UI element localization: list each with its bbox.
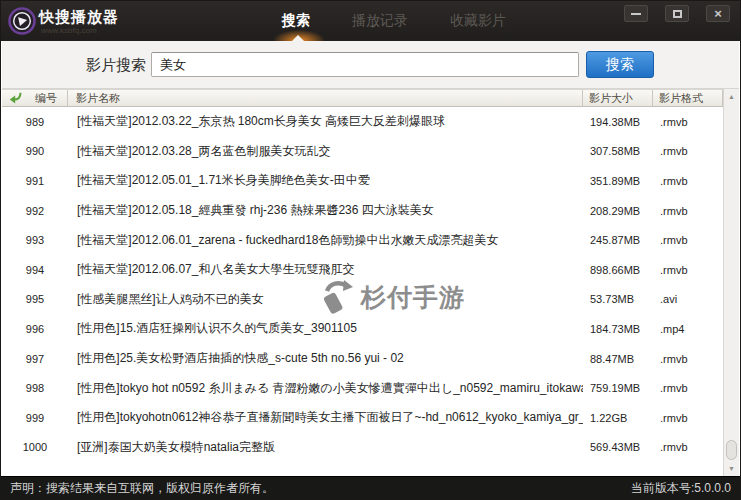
table-row[interactable]: 998 [性用色]tokyo hot n0592 糸川まみる 青澀粉嫩の小美女慘… (2, 373, 723, 403)
row-size: 53.73MB (583, 293, 653, 305)
table-row[interactable]: 996 [性用色]15.酒店狂操刚认识不久的气质美女_3901105 184.7… (2, 314, 723, 344)
row-id: 999 (2, 412, 68, 424)
titlebar: 快搜播放器 www.ksbfq.com 搜索 播放记录 收藏影片 × (1, 1, 740, 41)
minimize-icon (631, 13, 641, 15)
scroll-up-button[interactable]: ▲ (725, 90, 738, 103)
row-size: 569.43MB (583, 441, 653, 453)
watermark-phone-icon (320, 279, 354, 315)
row-format: .rmvb (653, 205, 723, 217)
search-button[interactable]: 搜索 (586, 51, 654, 78)
table-row[interactable]: 997 [性用色]25.美女松野酒店抽插的快感_s-cute 5th no.56… (2, 344, 723, 374)
row-format: .rmvb (653, 382, 723, 394)
row-format: .rmvb (653, 175, 723, 187)
row-size: 194.38MB (583, 116, 653, 128)
row-id: 997 (2, 353, 68, 365)
row-name: [性福天堂]2012.05.18_經典重發 rhj-236 熱辣果醬236 四大… (68, 202, 583, 219)
row-name: [性用色]tokyo hot n0592 糸川まみる 青澀粉嫩の小美女慘遭實彈中… (68, 380, 583, 397)
table-header: 编号 影片名称 影片大小 影片格式 (2, 89, 723, 107)
row-size: 1.22GB (583, 412, 653, 424)
row-name: [性福天堂]2012.03.28_两名蓝色制服美女玩乱交 (68, 143, 583, 160)
movie-search-label: 影片搜索 (86, 56, 146, 75)
minimize-button[interactable] (624, 5, 648, 22)
table-row[interactable]: 992 [性福天堂]2012.05.18_經典重發 rhj-236 熱辣果醬23… (2, 196, 723, 226)
row-name: [性福天堂]2012.05.01_1.71米长身美脚绝色美女-田中爱 (68, 172, 583, 189)
column-header-id-label: 编号 (35, 91, 57, 106)
status-bar: 声明：搜索结果来自互联网，版权归原作者所有。 当前版本号:5.0.0.0 (1, 476, 740, 499)
row-id: 991 (2, 175, 68, 187)
row-size: 88.47MB (583, 353, 653, 365)
row-size: 351.89MB (583, 175, 653, 187)
search-input[interactable] (151, 52, 579, 77)
scrollbar[interactable]: ▲ ▼ (723, 89, 739, 476)
search-bar: 影片搜索 搜索 (2, 41, 739, 89)
table-row[interactable]: 991 [性福天堂]2012.05.01_1.71米长身美脚绝色美女-田中爱 3… (2, 166, 723, 196)
close-button[interactable]: × (706, 5, 730, 22)
row-id: 996 (2, 323, 68, 335)
row-size: 759.19MB (583, 382, 653, 394)
row-size: 898.66MB (583, 264, 653, 276)
row-name: [性用色]tokyohotn0612神谷恭子直播新聞時美女主播下面被日了~-hd… (68, 409, 583, 426)
maximize-icon (673, 10, 682, 18)
column-header-name[interactable]: 影片名称 (68, 90, 583, 106)
row-id: 995 (2, 293, 68, 305)
watermark-text: 杉付手游 (361, 281, 465, 314)
row-id: 992 (2, 205, 68, 217)
table-row[interactable]: 999 [性用色]tokyohotn0612神谷恭子直播新聞時美女主播下面被日了… (2, 403, 723, 433)
row-format: .rmvb (653, 145, 723, 157)
row-size: 208.29MB (583, 205, 653, 217)
table-row[interactable]: 989 [性福天堂]2012.03.22_东京热 180cm长身美女 高矮巨大反… (2, 107, 723, 137)
app-subtitle: www.ksbfq.com (41, 26, 97, 35)
column-header-size[interactable]: 影片大小 (583, 90, 653, 106)
table-row[interactable]: 990 [性福天堂]2012.03.28_两名蓝色制服美女玩乱交 307.58M… (2, 137, 723, 167)
row-id: 990 (2, 145, 68, 157)
app-logo-icon (8, 7, 36, 35)
watermark: 杉付手游 (320, 279, 465, 315)
table-row[interactable]: 993 [性福天堂]2012.06.01_zarena - fuckedhard… (2, 225, 723, 255)
row-name: [性福天堂]2012.06.01_zarena - fuckedhard18色師… (68, 232, 583, 249)
row-format: .rmvb (653, 264, 723, 276)
row-name: [性用色]15.酒店狂操刚认识不久的气质美女_3901105 (68, 320, 583, 337)
row-id: 1000 (2, 441, 68, 453)
row-size: 184.73MB (583, 323, 653, 335)
column-header-format[interactable]: 影片格式 (653, 90, 723, 106)
row-size: 245.87MB (583, 234, 653, 246)
row-format: .rmvb (653, 412, 723, 424)
tab-favorites[interactable]: 收藏影片 (450, 12, 506, 30)
row-name: [亚洲]泰国大奶美女模特natalia完整版 (68, 439, 583, 456)
version-label: 当前版本号:5.0.0.0 (631, 480, 731, 497)
column-header-id[interactable]: 编号 (2, 90, 68, 106)
row-format: .rmvb (653, 353, 723, 365)
window-controls: × (624, 5, 730, 22)
app-title: 快搜播放器 (39, 8, 119, 27)
results-table: 编号 影片名称 影片大小 影片格式 989 [性福天堂]2012.03.22_东… (2, 89, 739, 476)
close-icon: × (714, 7, 722, 20)
app-window: 快搜播放器 www.ksbfq.com 搜索 播放记录 收藏影片 × 影片搜索 … (0, 0, 741, 500)
row-id: 993 (2, 234, 68, 246)
row-id: 998 (2, 382, 68, 394)
row-format: .mp4 (653, 323, 723, 335)
row-name: [性用色]25.美女松野酒店抽插的快感_s-cute 5th no.56 yui… (68, 350, 583, 367)
row-format: .rmvb (653, 441, 723, 453)
row-format: .avi (653, 293, 723, 305)
row-name: [性福天堂]2012.03.22_东京热 180cm长身美女 高矮巨大反差刺爆眼… (68, 113, 583, 130)
table-row[interactable]: 1000 [亚洲]泰国大奶美女模特natalia完整版 569.43MB .rm… (2, 433, 723, 463)
tab-play-history[interactable]: 播放记录 (352, 12, 408, 30)
status-disclaimer: 声明：搜索结果来自互联网，版权归原作者所有。 (10, 480, 274, 497)
row-id: 989 (2, 116, 68, 128)
maximize-button[interactable] (665, 5, 689, 22)
row-id: 994 (2, 264, 68, 276)
back-arrow-icon[interactable] (9, 92, 22, 104)
scrollbar-thumb[interactable] (726, 440, 737, 460)
row-format: .rmvb (653, 234, 723, 246)
row-name: [性福天堂]2012.06.07_和八名美女大學生玩雙飛肛交 (68, 261, 583, 278)
scroll-down-button[interactable]: ▼ (725, 462, 738, 475)
row-size: 307.58MB (583, 145, 653, 157)
row-format: .rmvb (653, 116, 723, 128)
